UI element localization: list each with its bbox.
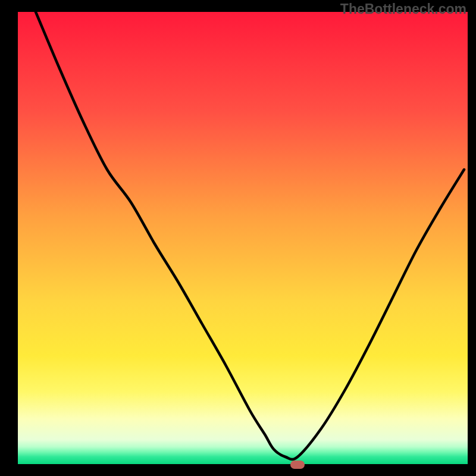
optimal-marker [290, 461, 305, 469]
plot-area [18, 12, 468, 464]
watermark-label: TheBottleneck.com [340, 1, 466, 17]
stage: TheBottleneck.com [0, 0, 476, 476]
bottleneck-curve [18, 12, 468, 464]
